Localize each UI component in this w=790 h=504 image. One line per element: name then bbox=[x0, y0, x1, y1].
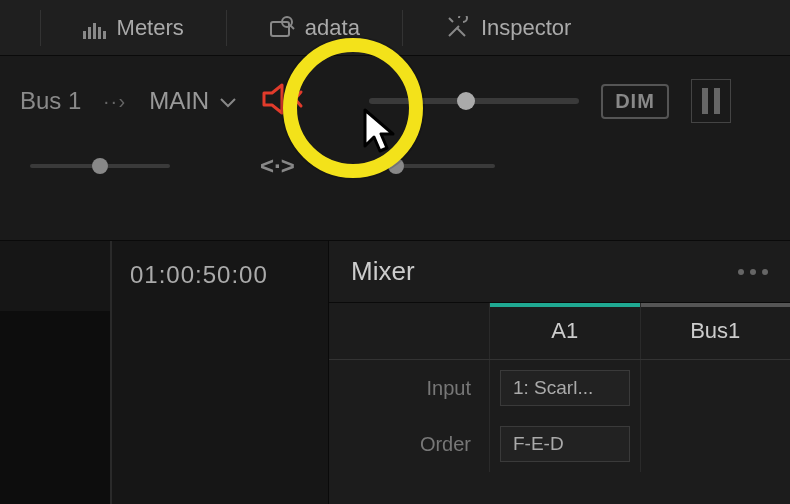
channel-a1-header[interactable]: A1 bbox=[490, 303, 640, 359]
divider bbox=[402, 10, 403, 46]
svg-rect-4 bbox=[103, 31, 106, 39]
slider-thumb[interactable] bbox=[92, 158, 108, 174]
dim-label: DIM bbox=[615, 90, 655, 112]
timecode-display[interactable]: 01:00:50:00 bbox=[130, 261, 268, 289]
mixer-panel: Mixer A1 Bus1 Input bbox=[328, 241, 790, 504]
order-select-a1[interactable]: F-E-D bbox=[500, 426, 630, 462]
divider bbox=[226, 10, 227, 46]
channel-a1-label: A1 bbox=[551, 318, 578, 344]
tab-inspector[interactable]: Inspector bbox=[433, 15, 584, 41]
bus-label[interactable]: Bus 1 bbox=[20, 87, 81, 115]
metadata-icon bbox=[269, 16, 295, 40]
balance-slider-2[interactable] bbox=[385, 164, 495, 168]
preview-area bbox=[0, 311, 110, 504]
volume-slider[interactable] bbox=[369, 98, 579, 104]
channel-bus1-header[interactable]: Bus1 bbox=[641, 303, 791, 359]
pause-button[interactable] bbox=[691, 79, 731, 123]
main-output-select[interactable]: MAIN bbox=[149, 87, 237, 115]
svg-rect-0 bbox=[83, 31, 86, 39]
mixer-header: Mixer bbox=[329, 241, 790, 303]
tab-inspector-label: Inspector bbox=[481, 15, 572, 41]
param-label-input: Input bbox=[329, 377, 489, 400]
svg-line-7 bbox=[290, 25, 294, 29]
monitor-control-row: Bus 1 ··› MAIN DIM bbox=[0, 56, 790, 146]
channel-headers: A1 Bus1 bbox=[329, 303, 790, 360]
param-row-input: Input 1: Scarl... bbox=[329, 360, 790, 416]
panel-divider[interactable] bbox=[110, 241, 112, 504]
tools-icon bbox=[445, 16, 471, 40]
speaker-mute-icon bbox=[261, 81, 305, 121]
lower-panels: 01:00:50:00 Mixer A1 Bus1 bbox=[0, 240, 790, 504]
volume-slider-thumb[interactable] bbox=[457, 92, 475, 110]
routing-arrow-icon: ··› bbox=[103, 90, 127, 113]
balance-slider-1[interactable] bbox=[30, 164, 170, 168]
svg-rect-3 bbox=[98, 27, 101, 39]
channel-color-stripe bbox=[490, 303, 640, 307]
svg-rect-2 bbox=[93, 23, 96, 39]
code-icon[interactable]: <·> bbox=[260, 152, 295, 180]
input-select-bus1[interactable] bbox=[640, 360, 790, 416]
tab-metadata-label: adata bbox=[305, 15, 360, 41]
mute-button[interactable] bbox=[259, 77, 307, 125]
top-tab-bar: er Meters adata Inspector bbox=[0, 0, 790, 56]
chevron-down-icon bbox=[219, 87, 237, 115]
param-row-order: Order F-E-D bbox=[329, 416, 790, 472]
tab-mixer[interactable]: er bbox=[0, 15, 10, 41]
main-output-label: MAIN bbox=[149, 87, 209, 115]
dim-button[interactable]: DIM bbox=[601, 84, 669, 119]
tab-metadata[interactable]: adata bbox=[257, 15, 372, 41]
input-select-a1[interactable]: 1: Scarl... bbox=[500, 370, 630, 406]
svg-rect-1 bbox=[88, 27, 91, 39]
secondary-slider-row: <·> bbox=[0, 146, 790, 186]
tab-meters[interactable]: Meters bbox=[71, 15, 196, 41]
channel-bus1-label: Bus1 bbox=[690, 318, 740, 344]
slider-thumb[interactable] bbox=[388, 158, 404, 174]
tab-meters-label: Meters bbox=[117, 15, 184, 41]
divider bbox=[40, 10, 41, 46]
more-options-button[interactable] bbox=[738, 269, 768, 275]
order-select-bus1[interactable] bbox=[640, 416, 790, 472]
param-label-order: Order bbox=[329, 433, 489, 456]
channel-color-stripe bbox=[641, 303, 791, 307]
mixer-title: Mixer bbox=[351, 256, 415, 287]
meters-icon bbox=[83, 17, 107, 39]
svg-rect-5 bbox=[271, 22, 289, 36]
timeline-panel: 01:00:50:00 bbox=[0, 241, 328, 504]
